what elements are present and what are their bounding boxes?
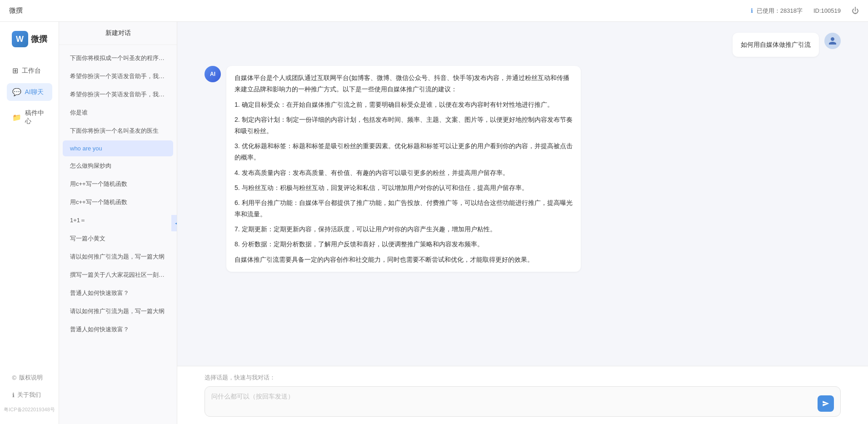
user-message-bubble: 如何用自媒体做推广引流 [733, 33, 819, 57]
list-item[interactable]: 1+1＝ [63, 212, 173, 229]
nav-copyright[interactable]: © 版权说明 [7, 370, 52, 385]
chat-area: 如何用自媒体做推广引流 AI 自媒体平台是个人或团队通过互联网平台(如博客、微博… [177, 22, 868, 424]
logo-w-icon: W [12, 31, 28, 47]
left-nav: W 微撰 ⊞ 工作台 💬 AI聊天 📁 稿件中心 © 版权说明 ℹ 关于我们 粤… [0, 22, 59, 424]
nav-label-workbench: 工作台 [22, 67, 41, 75]
workbench-icon: ⊞ [12, 66, 18, 75]
ai-para-7: 7. 定期更新：定期更新内容，保持活跃度，可以让用户对你的内容产生兴趣，增加用户… [234, 224, 573, 235]
logo-area: W 微撰 [12, 31, 47, 47]
list-item[interactable]: 下面你将模拟成一个叫圣友的程序员、我说... [63, 50, 173, 67]
list-item[interactable]: 用c++写一个随机函数 [63, 175, 173, 193]
list-item[interactable]: 希望你扮演一个英语发音助手，我提供给你... [63, 68, 173, 85]
ai-para-0: 自媒体平台是个人或团队通过互联网平台(如博客、微博、微信公众号、抖音、快手等)发… [234, 72, 573, 95]
nav-item-ai-chat[interactable]: 💬 AI聊天 [7, 83, 52, 101]
ai-para-9: 自媒体推广引流需要具备一定的内容创作和社交能力，同时也需要不断尝试和优化，才能取… [234, 254, 573, 265]
topbar-title: 微撰 [9, 6, 23, 15]
usage-label: 已使用：28318字 [757, 7, 803, 14]
chat-messages: 如何用自媒体做推广引流 AI 自媒体平台是个人或团队通过互联网平台(如博客、微博… [177, 22, 868, 366]
nav-item-drafts[interactable]: 📁 稿件中心 [7, 105, 52, 130]
nav-about[interactable]: ℹ 关于我们 [7, 387, 52, 403]
message-row-user: 如何用自媒体做推广引流 [205, 33, 841, 57]
topbar-right: ℹ 已使用：28318字 ID:100519 ⏻ [751, 7, 859, 15]
copyright-icon: © [12, 374, 17, 381]
chat-input[interactable] [211, 391, 812, 412]
new-chat-button[interactable]: 新建对话 [59, 22, 177, 45]
list-item[interactable]: 普通人如何快速致富？ [63, 284, 173, 302]
sidebar-list: 下面你将模拟成一个叫圣友的程序员、我说... 希望你扮演一个英语发音助手，我提供… [59, 45, 177, 424]
main-layout: W 微撰 ⊞ 工作台 💬 AI聊天 📁 稿件中心 © 版权说明 ℹ 关于我们 粤… [0, 22, 868, 424]
list-item[interactable]: 下面你将扮演一个名叫圣友的医生 [63, 122, 173, 140]
ai-para-1: 1. 确定目标受众：在开始自媒体推广引流之前，需要明确目标受众是谁，以便在发布内… [234, 99, 573, 110]
ai-chat-icon: 💬 [12, 88, 21, 96]
list-item[interactable]: 请以如何推广引流为题，写一篇大纲 [63, 248, 173, 265]
nav-label-ai-chat: AI聊天 [25, 88, 44, 96]
ai-para-5: 5. 与粉丝互动：积极与粉丝互动，回复评论和私信，可以增加用户对你的认可和信任，… [234, 182, 573, 194]
icp-text: 粤ICP备2022019348号 [0, 404, 59, 415]
topbar: 微撰 ℹ 已使用：28318字 ID:100519 ⏻ [0, 0, 868, 22]
list-item[interactable]: 你是谁 [63, 104, 173, 121]
list-item[interactable]: 希望你扮演一个英语发音助手，我提供给你... [63, 86, 173, 103]
input-wrapper [205, 386, 841, 417]
id-label: ID:100519 [813, 7, 841, 14]
ai-para-2: 2. 制定内容计划：制定一份详细的内容计划，包括发布时间、频率、主题、文案、图片… [234, 114, 573, 137]
list-item[interactable]: 用c++写一个随机函数 [63, 194, 173, 211]
user-avatar [824, 33, 841, 49]
ai-para-3: 3. 优化标题和标签：标题和标签是吸引粉丝的重要因素。优化标题和标签可以让更多的… [234, 140, 573, 163]
list-item[interactable]: 怎么做狗屎炒肉 [63, 157, 173, 175]
nav-bottom: © 版权说明 ℹ 关于我们 粤ICP备2022019348号 [0, 370, 59, 415]
collapse-sidebar-button[interactable]: ◀ [171, 215, 177, 231]
ai-para-4: 4. 发布高质量内容：发布高质量、有价值、有趣的内容可以吸引更多的粉丝，并提高用… [234, 167, 573, 179]
copyright-label: 版权说明 [19, 374, 43, 382]
list-item[interactable]: 请以如何推广引流为题，写一篇大纲 [63, 303, 173, 320]
info-icon: ℹ [751, 7, 753, 14]
ai-para-8: 8. 分析数据：定期分析数据，了解用户反馈和喜好，以便调整推广策略和内容发布频率… [234, 239, 573, 250]
ai-avatar: AI [205, 66, 221, 82]
about-label: 关于我们 [17, 391, 41, 399]
chat-input-area: 选择话题，快速与我对话： [177, 366, 868, 424]
logo-text: 微撰 [31, 34, 47, 45]
nav-item-workbench[interactable]: ⊞ 工作台 [7, 62, 52, 80]
nav-label-drafts: 稿件中心 [25, 109, 47, 125]
list-item[interactable]: 撰写一篇关于八大家花园社区一刻钟便民生... [63, 266, 173, 284]
list-item[interactable]: 写一篇小黄文 [63, 230, 173, 247]
about-icon: ℹ [12, 392, 15, 399]
sidebar: 新建对话 下面你将模拟成一个叫圣友的程序员、我说... 希望你扮演一个英语发音助… [59, 22, 177, 424]
usage-info: ℹ 已使用：28318字 [751, 7, 803, 15]
quick-topics-label: 选择话题，快速与我对话： [205, 374, 841, 382]
ai-message-bubble: 自媒体平台是个人或团队通过互联网平台(如博客、微博、微信公众号、抖音、快手等)发… [226, 66, 581, 272]
message-row-ai: AI 自媒体平台是个人或团队通过互联网平台(如博客、微博、微信公众号、抖音、快手… [205, 66, 841, 272]
list-item-who-are-you[interactable]: who are you [63, 140, 173, 156]
ai-para-6: 6. 利用平台推广功能：自媒体平台都提供了推广功能，如广告投放、付费推广等，可以… [234, 197, 573, 220]
power-button[interactable]: ⏻ [852, 7, 859, 15]
list-item[interactable]: 普通人如何快速致富？ [63, 321, 173, 338]
drafts-icon: 📁 [12, 113, 21, 122]
send-button[interactable] [818, 395, 834, 412]
